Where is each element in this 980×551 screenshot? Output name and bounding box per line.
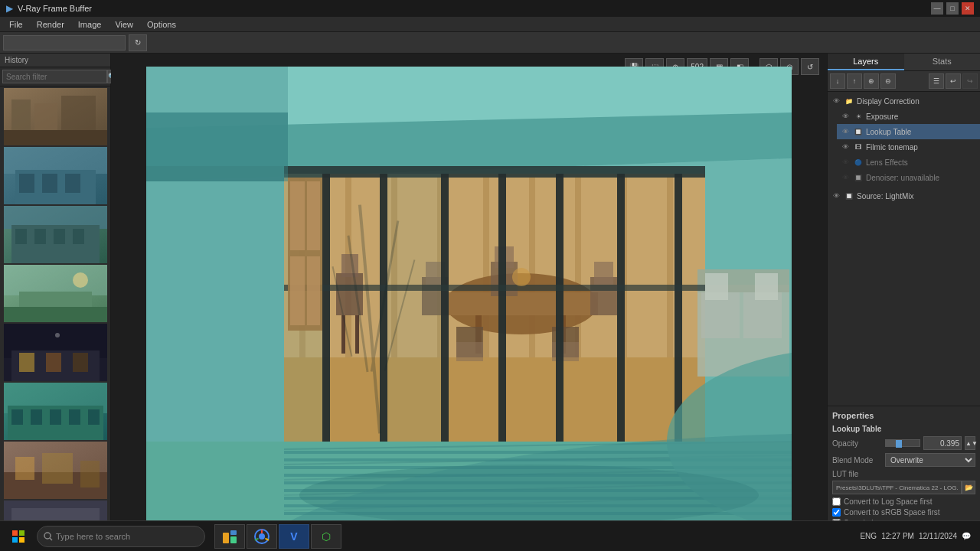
layer-eye-lens[interactable]: 👁 [840,157,851,168]
rt-btn-4[interactable]: ⊖ [880,73,896,89]
layer-icon-filmic: 🎞 [853,142,864,152]
rt-btn-list[interactable]: ☰ [929,73,944,89]
menu-render[interactable]: Render [31,18,70,31]
convert-srgb-checkbox[interactable] [832,508,841,517]
windows-start-btn[interactable] [3,524,34,549]
minimize-button[interactable]: — [931,2,943,15]
layer-icon-lens: 🔵 [853,157,864,168]
layer-lookup-table[interactable]: 👁 🔲 Lookup Table [837,124,980,139]
taskbar-files[interactable] [214,524,245,549]
svg-rect-66 [445,292,598,315]
layer-label-dc: Display Correction [857,97,920,106]
layer-icon-exposure: ☀ [853,111,864,122]
layer-source-lightmix[interactable]: 👁 🔲 Source: LightMix [828,188,980,204]
history-item-7[interactable] [4,442,107,499]
svg-rect-86 [341,254,358,277]
layer-label-lightmix: Source: LightMix [857,192,913,201]
history-item-2[interactable] [4,147,107,204]
opacity-increment[interactable]: ▲▼ [965,436,975,450]
menu-file[interactable]: File [3,18,29,31]
taskbar-right: ENG 12:27 PM 12/11/2024 💬 [860,532,977,540]
convert-srgb-label: Convert to sRGB Space first [844,508,940,517]
history-scroll[interactable] [0,86,110,534]
opacity-input[interactable] [923,436,962,450]
taskbar-search-label: Type here to search [56,532,130,541]
layer-filmic[interactable]: 👁 🎞 Filmic tonemap [837,139,980,155]
history-search-input[interactable] [2,70,107,83]
toolbar: ↻ [0,32,980,54]
toolbar-rotate-btn[interactable]: ↻ [129,34,147,51]
rt-btn-undo[interactable]: ↩ [946,73,961,89]
right-panel: Layers Stats ↓ ↑ ⊕ ⊖ ☰ ↩ ↪ 👁 📁 Display C… [827,54,980,534]
title-bar-controls[interactable]: — □ ✕ [931,2,974,15]
history-item-3[interactable] [4,206,107,263]
taskbar-chrome[interactable] [247,524,277,549]
layer-icon-dc: 📁 [844,96,854,106]
opacity-slider[interactable] [885,439,920,447]
svg-rect-98 [387,174,441,449]
taskbar-date: 12/11/2024 [919,532,957,540]
layer-eye-display-correction[interactable]: 👁 [831,96,841,106]
blend-mode-select[interactable]: Overwrite Normal Multiply Screen [885,453,975,467]
svg-rect-95 [617,174,625,449]
history-item-5[interactable] [4,324,107,381]
layer-eye-exposure[interactable]: 👁 [840,111,851,122]
convert-log-label: Convert to Log Space first [844,497,933,506]
svg-rect-28 [73,353,88,372]
history-item-4[interactable] [4,265,107,322]
svg-rect-36 [69,409,80,425]
svg-rect-40 [15,457,34,480]
tab-stats[interactable]: Stats [904,54,981,70]
reset-btn[interactable]: ↺ [801,58,819,75]
rt-btn-3[interactable]: ⊕ [864,73,879,89]
layer-eye-lut[interactable]: 👁 [840,126,851,137]
taskbar-apps: V ⬡ [214,524,341,549]
svg-point-29 [55,333,60,337]
history-item-1[interactable] [4,88,107,145]
layer-label-filmic: Filmic tonemap [866,143,918,152]
rt-btn-redo[interactable]: ↪ [962,73,978,89]
menu-view[interactable]: View [109,18,139,31]
prop-blend-label: Blend Mode [832,456,882,465]
layer-label-denoiser: Denoiser: unavailable [866,174,939,182]
tab-layers[interactable]: Layers [828,54,904,70]
taskbar-app3[interactable]: V [279,524,309,549]
close-button[interactable]: ✕ [962,2,974,15]
maximize-button[interactable]: □ [946,2,959,15]
toolbar-input[interactable] [3,35,126,51]
layer-exposure[interactable]: 👁 ☀ Exposure [837,109,980,124]
svg-rect-138 [230,536,237,543]
svg-rect-137 [230,530,237,535]
rt-btn-2[interactable]: ↑ [847,73,862,89]
lut-file-row: 📂 [832,481,975,494]
menu-image[interactable]: Image [72,18,108,31]
svg-rect-92 [441,174,449,449]
notification-icon[interactable]: 💬 [962,532,971,540]
opacity-slider-thumb[interactable] [896,440,902,448]
layer-denoiser[interactable]: 👁 🔲 Denoiser: unavailable [837,170,980,185]
convert-log-checkbox[interactable] [832,497,841,506]
svg-rect-131 [19,530,24,536]
svg-rect-2 [34,103,57,130]
taskbar-app4[interactable]: ⬡ [311,524,341,549]
rt-btn-1[interactable]: ↓ [830,73,845,89]
taskbar-search[interactable]: Type here to search [37,526,205,547]
lut-file-input[interactable] [832,481,962,494]
prop-row-lut-title: Lookup Table [832,425,975,433]
svg-rect-129 [307,256,320,325]
layer-display-correction[interactable]: 👁 📁 Display Correction [828,93,980,109]
svg-rect-33 [11,409,23,425]
menu-options[interactable]: Options [141,18,182,31]
layer-eye-filmic[interactable]: 👁 [840,142,851,152]
layer-lens-effects[interactable]: 👁 🔵 Lens Effects [837,155,980,170]
layer-icon-denoiser: 🔲 [853,172,864,183]
layer-icon-lightmix: 🔲 [844,191,854,201]
prop-opacity-label: Opacity [832,439,882,448]
svg-rect-17 [73,229,84,244]
svg-rect-123 [146,166,288,181]
layer-eye-lightmix[interactable]: 👁 [831,191,841,201]
lut-browse-btn[interactable]: 📂 [962,481,975,494]
layer-eye-denoiser[interactable]: 👁 [840,172,851,183]
history-item-6[interactable] [4,383,107,440]
svg-line-135 [50,538,52,540]
